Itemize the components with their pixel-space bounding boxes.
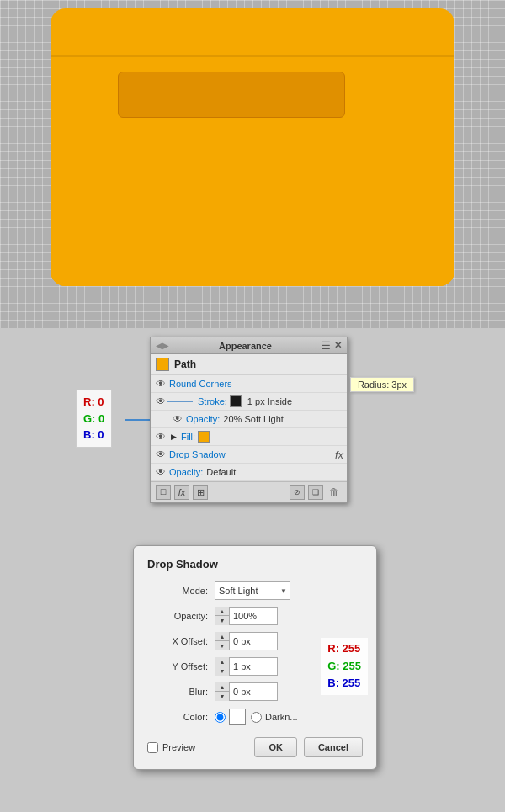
opacity-stroke-row: 👁 Opacity: 20% Soft Light <box>151 411 347 428</box>
y-offset-spinner: ▲ ▼ <box>215 657 278 676</box>
wallet-shape <box>50 8 454 286</box>
rgb-b-dialog: B: 255 <box>327 675 361 693</box>
opacity-stroke-link[interactable]: Opacity: <box>186 414 220 424</box>
y-offset-row: Y Offset: ▲ ▼ R: 255 G: 255 B: 255 <box>147 656 363 677</box>
fill-row: 👁 ▶ Fill: <box>151 428 347 446</box>
mode-label: Mode: <box>147 586 208 596</box>
y-offset-spin-up[interactable]: ▲ <box>215 657 229 666</box>
darken-radio[interactable] <box>251 712 262 723</box>
blur-input[interactable] <box>230 687 277 697</box>
panel-controls: ☰ ✕ <box>322 340 342 352</box>
visibility-icon-1[interactable]: 👁 <box>154 377 167 390</box>
panel-close-icon[interactable]: ✕ <box>334 340 342 351</box>
opacity-input[interactable] <box>230 611 277 621</box>
visibility-icon-5[interactable]: 👁 <box>154 448 167 461</box>
drop-shadow-content: Drop Shadow <box>167 449 335 459</box>
fx-button[interactable]: fx <box>174 485 189 500</box>
delete-button[interactable]: 🗑 <box>327 485 342 500</box>
color-swatch[interactable] <box>229 709 246 725</box>
blur-spin-buttons: ▲ ▼ <box>215 682 230 701</box>
visibility-icon-4[interactable]: 👁 <box>154 430 167 443</box>
stroke-value: 1 px Inside <box>247 396 292 406</box>
opacity-spin-down[interactable]: ▼ <box>215 616 229 625</box>
x-offset-spinner: ▲ ▼ <box>215 632 278 650</box>
opacity-default-link[interactable]: Opacity: <box>169 467 203 477</box>
opacity-stroke-value: 20% Soft Light <box>223 414 284 424</box>
rgb-g-dialog: G: 255 <box>327 658 361 676</box>
x-offset-spin-up[interactable]: ▲ <box>215 632 229 641</box>
round-corners-row: 👁 Round Corners Radius: 3px <box>151 375 347 393</box>
color-label: Color: <box>147 712 208 722</box>
fill-expand-icon[interactable]: ▶ <box>167 431 179 443</box>
stroke-content: Stroke: 1 px Inside <box>196 395 343 407</box>
panel-title: Appearance <box>219 341 272 351</box>
panel-titlebar: ◀▶ Appearance ☰ ✕ <box>151 337 347 354</box>
y-offset-spin-down[interactable]: ▼ <box>215 666 229 676</box>
visibility-icon-3[interactable]: 👁 <box>171 412 184 426</box>
opacity-spinner: ▲ ▼ <box>215 607 278 625</box>
opacity-spin-buttons: ▲ ▼ <box>215 607 230 625</box>
mode-select[interactable]: Soft Light Normal Multiply Screen Overla… <box>215 581 290 600</box>
stroke-link[interactable]: Stroke: <box>198 396 227 406</box>
fill-link[interactable]: Fill: <box>181 432 195 442</box>
rgb-g-value: G: 0 <box>83 411 104 427</box>
mode-select-wrapper: Soft Light Normal Multiply Screen Overla… <box>215 581 290 600</box>
copy-button[interactable]: ❑ <box>308 485 323 500</box>
rgb-color-label: R: 255 G: 255 B: 255 <box>321 638 368 695</box>
round-corners-link[interactable]: Round Corners <box>169 379 232 389</box>
stroke-line-indicator <box>167 401 193 402</box>
preview-checkbox[interactable] <box>147 742 158 753</box>
fill-color-swatch[interactable] <box>198 431 210 443</box>
stroke-color-swatch[interactable] <box>230 395 242 407</box>
fx-icon: fx <box>335 448 343 461</box>
no-style-button[interactable]: ⊘ <box>290 485 305 500</box>
stroke-row: 👁 Stroke: 1 px Inside <box>151 393 347 411</box>
preview-label: Preview <box>162 742 195 752</box>
path-label: Path <box>174 358 196 370</box>
rgb-stroke-label: R: 0 G: 0 B: 0 <box>76 390 112 448</box>
duplicate-button[interactable]: ⊞ <box>193 485 208 500</box>
cancel-button[interactable]: Cancel <box>304 737 363 757</box>
x-offset-input[interactable] <box>230 636 277 646</box>
darken-label: Darkn... <box>265 712 298 722</box>
path-header: Path <box>151 354 347 375</box>
ok-button[interactable]: OK <box>254 737 297 757</box>
opacity-label: Opacity: <box>147 611 208 621</box>
drop-shadow-row: 👁 Drop Shadow fx <box>151 446 347 464</box>
y-offset-input[interactable] <box>230 661 277 671</box>
blur-spin-down[interactable]: ▼ <box>215 692 229 701</box>
drop-shadow-link[interactable]: Drop Shadow <box>169 449 226 459</box>
x-offset-label: X Offset: <box>147 636 208 646</box>
drop-shadow-dialog: Drop Shadow Mode: Soft Light Normal Mult… <box>133 545 377 770</box>
panel-toolbar: ☐ fx ⊞ ⊘ ❑ 🗑 <box>151 481 347 502</box>
round-corners-content: Round Corners <box>167 379 343 389</box>
visibility-icon-6[interactable]: 👁 <box>154 465 167 479</box>
fill-content: Fill: <box>179 431 343 443</box>
panel-grip-icon: ◀▶ <box>156 341 169 350</box>
y-offset-spin-buttons: ▲ ▼ <box>215 657 230 676</box>
x-offset-spin-buttons: ▲ ▼ <box>215 632 230 650</box>
color-radio[interactable] <box>215 712 226 723</box>
opacity-spin-up[interactable]: ▲ <box>215 607 229 616</box>
color-row: Color: Darkn... <box>147 707 363 727</box>
y-offset-label: Y Offset: <box>147 661 208 671</box>
blur-label: Blur: <box>147 687 208 697</box>
dialog-buttons: OK Cancel <box>254 737 363 757</box>
appearance-panel: ◀▶ Appearance ☰ ✕ Path 👁 Round Corners R… <box>150 337 348 503</box>
visibility-icon-2[interactable]: 👁 <box>154 395 167 408</box>
canvas-area <box>0 0 505 328</box>
x-offset-spin-down[interactable]: ▼ <box>215 641 229 650</box>
opacity-default-value: Default <box>206 467 236 477</box>
blur-spin-up[interactable]: ▲ <box>215 682 229 692</box>
new-layer-button[interactable]: ☐ <box>156 485 171 500</box>
rgb-b-value: B: 0 <box>83 427 104 443</box>
rgb-r-value: R: 0 <box>83 394 104 411</box>
opacity-stroke-content: Opacity: 20% Soft Light <box>184 414 343 424</box>
rgb-r-dialog: R: 255 <box>327 640 361 658</box>
opacity-default-row: 👁 Opacity: Default <box>151 464 347 481</box>
dialog-title: Drop Shadow <box>147 558 363 571</box>
path-color-swatch <box>156 358 169 371</box>
radius-tooltip: Radius: 3px <box>350 377 414 392</box>
opacity-row: Opacity: ▲ ▼ <box>147 606 363 626</box>
panel-menu-icon[interactable]: ☰ <box>322 340 331 352</box>
